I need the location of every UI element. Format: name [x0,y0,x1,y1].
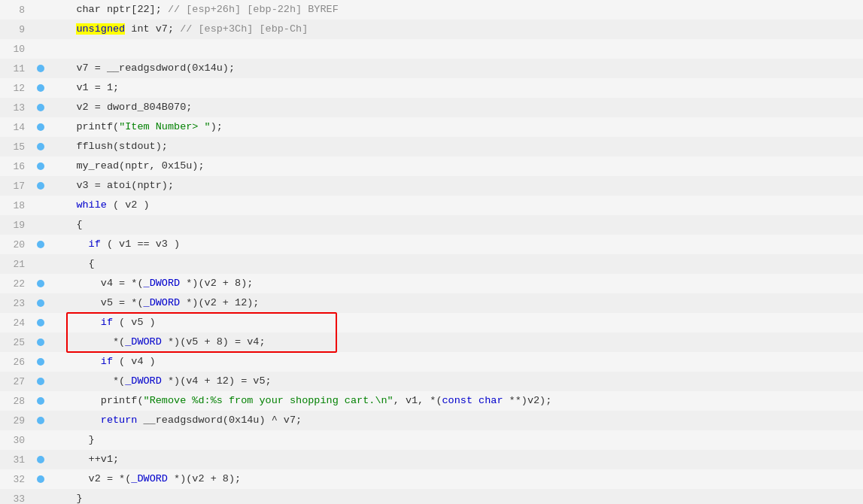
code-content: if ( v4 ) [47,352,156,372]
line-number: 23 [0,298,34,309]
code-line: 30 } [0,430,863,450]
line-number: 12 [0,83,34,94]
breakpoint-dot[interactable] [34,378,47,385]
breakpoint-dot[interactable] [34,397,47,405]
breakpoint-dot[interactable] [34,299,47,307]
breakpoint-dot[interactable] [34,456,47,463]
breakpoint-dot[interactable] [34,417,47,424]
code-content: v4 = *(_DWORD *)(v2 + 8); [47,274,253,293]
code-content: printf("Item Number> "); [47,117,223,137]
breakpoint-dot[interactable] [34,280,47,287]
code-content: *(_DWORD *)(v5 + 8) = v4; [47,332,266,352]
breakpoint-dot[interactable] [34,84,47,92]
code-line: 28 printf("Remove %d:%s from your shoppi… [0,391,863,411]
code-content: if ( v5 ) [47,313,156,332]
code-content: v3 = atoi(nptr); [47,176,174,196]
code-line: 20 if ( v1 == v3 ) [0,235,863,254]
code-content: fflush(stdout); [47,137,168,156]
line-number: 18 [0,200,34,211]
code-content: v1 = 1; [47,78,119,98]
code-line: 11 v7 = __readgsdword(0x14u); [0,59,863,78]
breakpoint-dot[interactable] [34,123,47,131]
code-line: 31 ++v1; [0,450,863,469]
code-content: v5 = *(_DWORD *)(v2 + 12); [47,293,259,313]
breakpoint-dot[interactable] [34,65,47,72]
code-content: char nptr[22]; // [esp+26h] [ebp-22h] BY… [47,0,339,20]
breakpoint-dot[interactable] [34,182,47,190]
breakpoint-dot[interactable] [34,241,47,248]
code-line: 19 { [0,215,863,235]
code-line: 27 *(_DWORD *)(v4 + 12) = v5; [0,372,863,391]
line-number: 32 [0,474,34,485]
code-content: *(_DWORD *)(v4 + 12) = v5; [47,372,272,391]
breakpoint-dot[interactable] [34,319,47,326]
code-line: 24 if ( v5 ) [0,313,863,332]
code-line: 26 if ( v4 ) [0,352,863,372]
code-line: 13 v2 = dword_804B070; [0,98,863,117]
line-number: 29 [0,415,34,427]
breakpoint-dot[interactable] [34,162,47,170]
line-number: 24 [0,317,34,329]
line-number: 21 [0,259,34,270]
code-content: v2 = *(_DWORD *)(v2 + 8); [47,469,241,489]
code-line: 22 v4 = *(_DWORD *)(v2 + 8); [0,274,863,293]
code-line: 10 [0,39,863,59]
line-number: 17 [0,181,34,192]
code-line: 17 v3 = atoi(nptr); [0,176,863,196]
line-number: 27 [0,376,34,387]
code-line: 14 printf("Item Number> "); [0,117,863,137]
code-content: ++v1; [47,450,119,469]
code-content: if ( v1 == v3 ) [47,235,180,254]
line-number: 11 [0,63,34,74]
code-line: 15 fflush(stdout); [0,137,863,156]
line-number: 19 [0,220,34,231]
line-number: 14 [0,122,34,133]
line-number: 25 [0,337,34,348]
code-content: v7 = __readgsdword(0x14u); [47,59,235,78]
code-content: { [47,215,83,235]
breakpoint-dot[interactable] [34,104,47,111]
line-number: 16 [0,161,34,172]
code-line: 33 } [0,489,863,504]
code-content: while ( v2 ) [47,196,150,215]
line-number: 13 [0,102,34,114]
code-content: { [47,254,95,274]
code-line: 32 v2 = *(_DWORD *)(v2 + 8); [0,469,863,489]
line-number: 26 [0,357,34,368]
code-line: 9 unsigned int v7; // [esp+3Ch] [ebp-Ch] [0,20,863,39]
code-editor: 8 char nptr[22]; // [esp+26h] [ebp-22h] … [0,0,863,504]
line-number: 33 [0,493,34,505]
code-content: my_read(nptr, 0x15u); [47,156,205,176]
line-number: 15 [0,141,34,153]
line-number: 9 [0,24,34,35]
code-line: 8 char nptr[22]; // [esp+26h] [ebp-22h] … [0,0,863,20]
line-number: 28 [0,396,34,407]
code-content: v2 = dword_804B070; [47,98,192,117]
code-line: 25 *(_DWORD *)(v5 + 8) = v4; [0,332,863,352]
code-content: } [47,430,95,450]
line-number: 22 [0,278,34,290]
line-number: 30 [0,435,34,446]
line-number: 20 [0,239,34,250]
code-content: unsigned int v7; // [esp+3Ch] [ebp-Ch] [47,20,308,39]
breakpoint-dot[interactable] [34,358,47,366]
breakpoint-dot[interactable] [34,339,47,346]
code-line: 23 v5 = *(_DWORD *)(v2 + 12); [0,293,863,313]
code-content: printf("Remove %d:%s from your shopping … [47,391,552,411]
breakpoint-dot[interactable] [34,475,47,483]
breakpoint-dot[interactable] [34,143,47,150]
line-number: 10 [0,44,34,55]
code-line: 12 v1 = 1; [0,78,863,98]
code-line: 29 return __readgsdword(0x14u) ^ v7; [0,411,863,430]
line-number: 8 [0,5,34,16]
code-line: 16 my_read(nptr, 0x15u); [0,156,863,176]
code-content: } [47,489,83,504]
code-line: 18 while ( v2 ) [0,196,863,215]
code-content: return __readgsdword(0x14u) ^ v7; [47,411,302,430]
line-number: 31 [0,454,34,466]
code-line: 21 { [0,254,863,274]
